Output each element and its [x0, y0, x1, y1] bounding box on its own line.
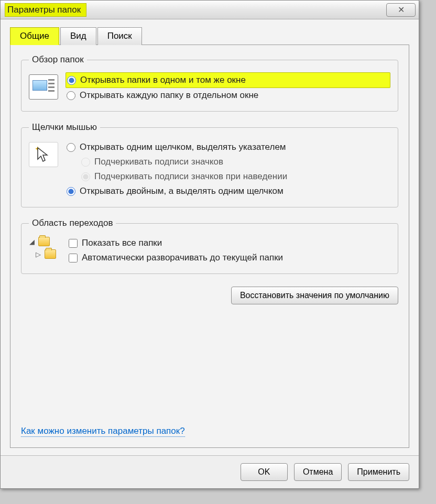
check-show-all[interactable]: [69, 239, 78, 248]
radio-new-window[interactable]: [67, 91, 75, 100]
folder-icon: [45, 249, 56, 259]
group-browse-legend: Обзор папок: [29, 54, 87, 65]
nav-tree-icon: ◢ ▷: [29, 236, 60, 259]
radio-single-click[interactable]: [67, 143, 75, 152]
close-icon: ✕: [398, 5, 405, 15]
restore-defaults-button[interactable]: Восстановить значения по умолчанию: [231, 287, 398, 304]
window-icon: [29, 74, 58, 100]
tab-view[interactable]: Вид: [60, 27, 96, 45]
label-new-window: Открывать каждую папку в отдельном окне: [80, 90, 258, 101]
tab-search[interactable]: Поиск: [97, 27, 142, 45]
opt-underline-always: Подчеркивать подписи значков: [66, 155, 390, 169]
window-title: Параметры папок: [5, 3, 86, 17]
opt-same-window[interactable]: Открывать папки в одном и том же окне: [66, 72, 390, 88]
opt-show-all-folders[interactable]: Показать все папки: [68, 236, 390, 250]
label-double-click: Открывать двойным, а выделять одним щелч…: [80, 186, 284, 196]
label-single-click: Открывать одним щелчком, выделять указат…: [80, 142, 286, 152]
expander-collapsed-icon: ◢: [29, 238, 35, 246]
radio-same-window[interactable]: [67, 76, 76, 85]
label-underline-hover: Подчеркивать подписи значков при наведен…: [94, 171, 287, 182]
close-button[interactable]: ✕: [386, 3, 416, 17]
cancel-button[interactable]: Отмена: [294, 463, 342, 481]
group-nav-pane: Область переходов ◢ ▷: [21, 218, 398, 274]
radio-underline-hover: [81, 172, 90, 181]
expander-expand-icon: ▷: [35, 250, 41, 258]
folder-options-dialog: Параметры папок ✕ Общие Вид Поиск Обзор …: [0, 0, 419, 489]
group-click: Щелчки мышью ✦ Открывать одним щелчком, …: [21, 122, 398, 207]
cursor-icon: ✦: [29, 142, 58, 167]
label-auto-expand: Автоматически разворачивать до текущей п…: [82, 253, 283, 263]
opt-underline-hover: Подчеркивать подписи значков при наведен…: [66, 169, 390, 184]
tab-strip: Общие Вид Поиск: [10, 27, 409, 45]
tab-panel-general: Обзор папок Открывать папки в одном и то…: [10, 45, 409, 448]
opt-new-window[interactable]: Открывать каждую папку в отдельном окне: [66, 88, 390, 103]
group-browse-folders: Обзор папок Открывать папки в одном и то…: [21, 54, 398, 112]
help-link[interactable]: Как можно изменить параметры папок?: [21, 426, 185, 437]
label-same-window: Открывать папки в одном и том же окне: [80, 75, 246, 85]
opt-double-click[interactable]: Открывать двойным, а выделять одним щелч…: [66, 184, 390, 199]
dialog-footer: OK Отмена Применить: [1, 455, 419, 488]
opt-single-click[interactable]: Открывать одним щелчком, выделять указат…: [66, 140, 390, 155]
tab-general[interactable]: Общие: [10, 27, 59, 45]
label-underline-always: Подчеркивать подписи значков: [94, 157, 223, 167]
group-click-legend: Щелчки мышью: [29, 122, 100, 133]
apply-button[interactable]: Применить: [348, 463, 409, 481]
group-nav-legend: Область переходов: [29, 218, 116, 228]
folder-icon: [38, 237, 50, 246]
radio-underline-always: [81, 158, 90, 167]
titlebar: Параметры папок ✕: [1, 1, 419, 19]
radio-double-click[interactable]: [67, 187, 75, 196]
label-show-all: Показать все папки: [82, 238, 162, 248]
check-auto-expand[interactable]: [69, 254, 78, 262]
opt-auto-expand[interactable]: Автоматически разворачивать до текущей п…: [68, 250, 390, 265]
ok-button[interactable]: OK: [241, 463, 288, 481]
